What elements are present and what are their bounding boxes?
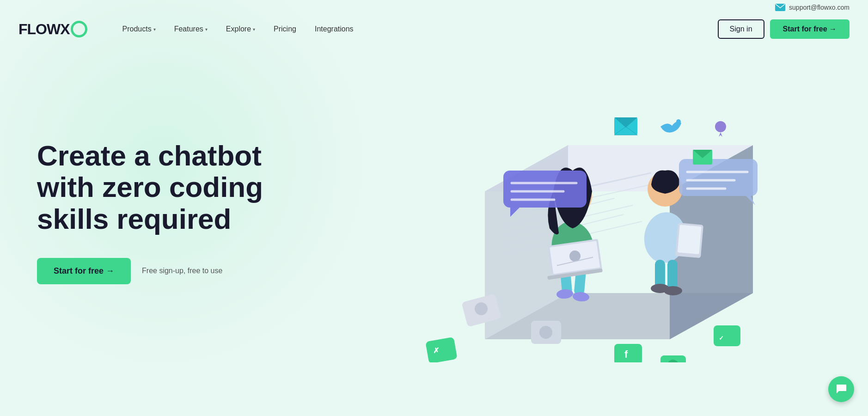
chevron-down-icon: ▾ bbox=[205, 27, 208, 32]
svg-rect-29 bbox=[678, 225, 702, 254]
svg-rect-30 bbox=[503, 171, 587, 208]
logo-text: FLOWX bbox=[18, 21, 70, 38]
top-bar: support@flowxo.com bbox=[0, 0, 868, 15]
nav-item-products[interactable]: Products ▾ bbox=[115, 21, 163, 37]
nav-item-features[interactable]: Features ▾ bbox=[167, 21, 215, 37]
hero-section: Create a chatbot with zero coding skills… bbox=[0, 43, 868, 362]
logo-o bbox=[71, 21, 87, 37]
nav-links: Products ▾ Features ▾ Explore ▾ Pricing … bbox=[115, 21, 718, 37]
svg-point-43 bbox=[676, 119, 681, 124]
svg-rect-55 bbox=[425, 337, 457, 362]
support-email-container: support@flowxo.com bbox=[775, 4, 850, 11]
svg-rect-51 bbox=[714, 325, 740, 346]
logo-x: X bbox=[60, 21, 69, 37]
chat-bubble-icon bbox=[835, 383, 847, 395]
nav-actions: Sign in Start for free → bbox=[718, 19, 850, 39]
start-free-button-hero[interactable]: Start for free → bbox=[37, 258, 131, 284]
hero-buttons: Start for free → Free sign-up, free to u… bbox=[37, 258, 287, 284]
svg-text:✓: ✓ bbox=[719, 335, 724, 342]
signin-button[interactable]: Sign in bbox=[718, 19, 764, 39]
logo-flow: FLOW bbox=[18, 21, 60, 37]
navbar: FLOWX Products ▾ Features ▾ Explore ▾ Pr… bbox=[0, 15, 868, 43]
email-icon bbox=[775, 4, 785, 11]
svg-text:f: f bbox=[624, 349, 628, 360]
hero-title: Create a chatbot with zero coding skills… bbox=[37, 140, 287, 235]
logo[interactable]: FLOWX bbox=[18, 21, 87, 38]
hero-illustration: f ✓ ✗ bbox=[305, 62, 850, 362]
svg-point-27 bbox=[664, 286, 682, 295]
svg-point-54 bbox=[539, 326, 552, 339]
support-email-text: support@flowxo.com bbox=[789, 4, 850, 11]
svg-rect-49 bbox=[614, 344, 642, 362]
hero-left: Create a chatbot with zero coding skills… bbox=[37, 140, 287, 284]
chevron-down-icon: ▾ bbox=[253, 27, 255, 32]
svg-text:✗: ✗ bbox=[433, 347, 439, 355]
svg-rect-35 bbox=[679, 159, 758, 196]
nav-item-integrations[interactable]: Integrations bbox=[307, 21, 361, 37]
nav-item-explore[interactable]: Explore ▾ bbox=[219, 21, 263, 37]
nav-item-pricing[interactable]: Pricing bbox=[266, 21, 304, 37]
hero-svg: f ✓ ✗ bbox=[305, 62, 850, 362]
chat-fab-button[interactable] bbox=[828, 376, 854, 402]
svg-rect-25 bbox=[667, 260, 678, 290]
hero-note: Free sign-up, free to use bbox=[142, 267, 222, 275]
chevron-down-icon: ▾ bbox=[153, 27, 156, 32]
start-free-button-nav[interactable]: Start for free → bbox=[770, 19, 850, 39]
svg-point-46 bbox=[715, 121, 726, 132]
